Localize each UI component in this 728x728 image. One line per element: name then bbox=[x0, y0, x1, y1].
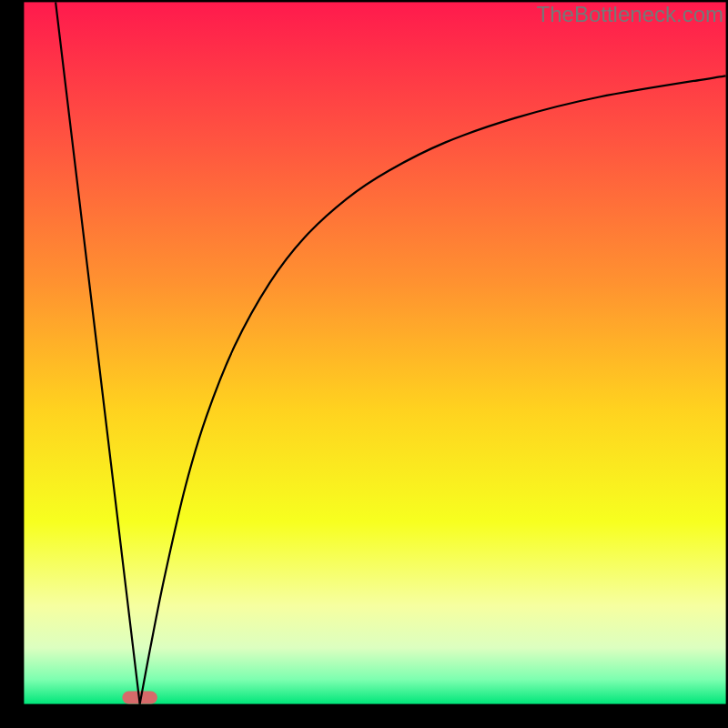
watermark-text: TheBottleneck.com bbox=[537, 2, 723, 26]
chart-panel bbox=[24, 2, 725, 703]
bottleneck-chart: TheBottleneck.com bbox=[0, 0, 728, 728]
